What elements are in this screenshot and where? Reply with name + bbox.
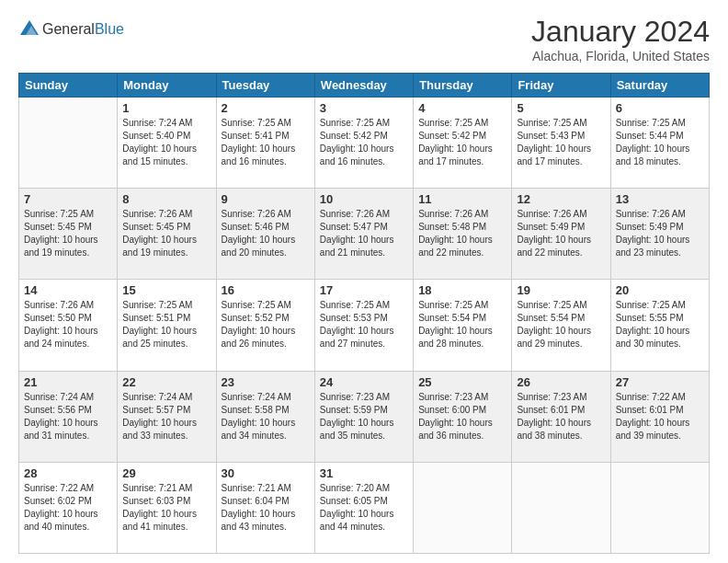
day-number: 21 (24, 375, 112, 389)
day-number: 28 (24, 466, 112, 480)
day-number: 14 (24, 283, 112, 297)
day-number: 3 (320, 101, 408, 115)
day-number: 2 (222, 101, 310, 115)
day-info: Sunrise: 7:25 AMSunset: 5:42 PMDaylight:… (418, 117, 506, 168)
day-info: Sunrise: 7:25 AMSunset: 5:41 PMDaylight:… (222, 117, 310, 168)
day-info: Sunrise: 7:26 AMSunset: 5:48 PMDaylight:… (418, 208, 506, 259)
calendar-week-row: 7Sunrise: 7:25 AMSunset: 5:45 PMDaylight… (19, 189, 710, 280)
calendar-week-row: 28Sunrise: 7:22 AMSunset: 6:02 PMDayligh… (19, 462, 710, 553)
day-number: 24 (320, 375, 408, 389)
day-info: Sunrise: 7:22 AMSunset: 6:02 PMDaylight:… (24, 482, 112, 534)
day-info: Sunrise: 7:22 AMSunset: 6:01 PMDaylight:… (616, 391, 704, 442)
day-info: Sunrise: 7:25 AMSunset: 5:42 PMDaylight:… (320, 117, 408, 168)
calendar-week-row: 1Sunrise: 7:24 AMSunset: 5:40 PMDaylight… (19, 98, 710, 189)
logo-icon (18, 18, 40, 40)
title-section: January 2024 Alachua, Florida, United St… (531, 15, 710, 63)
table-row: 26Sunrise: 7:23 AMSunset: 6:01 PMDayligh… (512, 371, 610, 462)
table-row: 10Sunrise: 7:26 AMSunset: 5:47 PMDayligh… (314, 189, 413, 280)
table-row: 17Sunrise: 7:25 AMSunset: 5:53 PMDayligh… (314, 280, 413, 371)
table-row: 18Sunrise: 7:25 AMSunset: 5:54 PMDayligh… (414, 280, 512, 371)
table-row: 16Sunrise: 7:25 AMSunset: 5:52 PMDayligh… (216, 280, 314, 371)
table-row: 2Sunrise: 7:25 AMSunset: 5:41 PMDaylight… (216, 98, 314, 189)
logo-blue-text: Blue (95, 21, 124, 37)
col-sunday: Sunday (19, 74, 118, 98)
day-number: 6 (616, 101, 704, 115)
table-row: 13Sunrise: 7:26 AMSunset: 5:49 PMDayligh… (610, 189, 709, 280)
calendar-table: Sunday Monday Tuesday Wednesday Thursday… (18, 73, 710, 554)
day-info: Sunrise: 7:26 AMSunset: 5:46 PMDaylight:… (222, 208, 310, 259)
day-info: Sunrise: 7:21 AMSunset: 6:04 PMDaylight:… (222, 482, 310, 534)
logo: GeneralBlue (18, 18, 124, 40)
day-number: 25 (418, 375, 506, 389)
calendar-week-row: 14Sunrise: 7:26 AMSunset: 5:50 PMDayligh… (19, 280, 710, 371)
table-row: 3Sunrise: 7:25 AMSunset: 5:42 PMDaylight… (314, 98, 413, 189)
col-monday: Monday (118, 74, 216, 98)
col-wednesday: Wednesday (314, 74, 413, 98)
day-info: Sunrise: 7:23 AMSunset: 6:01 PMDaylight:… (517, 391, 605, 442)
day-info: Sunrise: 7:23 AMSunset: 5:59 PMDaylight:… (320, 391, 408, 442)
day-info: Sunrise: 7:25 AMSunset: 5:51 PMDaylight:… (122, 299, 210, 350)
day-info: Sunrise: 7:26 AMSunset: 5:47 PMDaylight:… (320, 208, 408, 259)
table-row (414, 462, 512, 553)
col-friday: Friday (512, 74, 610, 98)
day-number: 19 (517, 283, 605, 297)
day-info: Sunrise: 7:25 AMSunset: 5:45 PMDaylight:… (24, 208, 112, 259)
table-row: 30Sunrise: 7:21 AMSunset: 6:04 PMDayligh… (216, 462, 314, 553)
table-row: 23Sunrise: 7:24 AMSunset: 5:58 PMDayligh… (216, 371, 314, 462)
day-number: 29 (122, 466, 210, 480)
table-row: 27Sunrise: 7:22 AMSunset: 6:01 PMDayligh… (610, 371, 709, 462)
day-info: Sunrise: 7:24 AMSunset: 5:40 PMDaylight:… (122, 117, 210, 168)
table-row: 5Sunrise: 7:25 AMSunset: 5:43 PMDaylight… (512, 98, 610, 189)
day-info: Sunrise: 7:24 AMSunset: 5:56 PMDaylight:… (24, 391, 112, 442)
table-row: 21Sunrise: 7:24 AMSunset: 5:56 PMDayligh… (19, 371, 118, 462)
day-number: 13 (616, 192, 704, 206)
day-number: 1 (122, 101, 210, 115)
table-row (512, 462, 610, 553)
location: Alachua, Florida, United States (531, 49, 710, 63)
table-row (610, 462, 709, 553)
table-row: 8Sunrise: 7:26 AMSunset: 5:45 PMDaylight… (118, 189, 216, 280)
day-number: 10 (320, 192, 408, 206)
table-row: 11Sunrise: 7:26 AMSunset: 5:48 PMDayligh… (414, 189, 512, 280)
day-info: Sunrise: 7:26 AMSunset: 5:45 PMDaylight:… (122, 208, 210, 259)
month-title: January 2024 (531, 15, 710, 49)
day-number: 8 (122, 192, 210, 206)
table-row: 9Sunrise: 7:26 AMSunset: 5:46 PMDaylight… (216, 189, 314, 280)
page-header: GeneralBlue January 2024 Alachua, Florid… (18, 15, 710, 63)
day-info: Sunrise: 7:24 AMSunset: 5:57 PMDaylight:… (122, 391, 210, 442)
day-info: Sunrise: 7:25 AMSunset: 5:54 PMDaylight:… (517, 299, 605, 350)
day-info: Sunrise: 7:25 AMSunset: 5:53 PMDaylight:… (320, 299, 408, 350)
day-info: Sunrise: 7:26 AMSunset: 5:50 PMDaylight:… (24, 299, 112, 350)
table-row: 14Sunrise: 7:26 AMSunset: 5:50 PMDayligh… (19, 280, 118, 371)
table-row: 31Sunrise: 7:20 AMSunset: 6:05 PMDayligh… (314, 462, 413, 553)
day-number: 15 (122, 283, 210, 297)
table-row: 28Sunrise: 7:22 AMSunset: 6:02 PMDayligh… (19, 462, 118, 553)
day-number: 20 (616, 283, 704, 297)
calendar-header-row: Sunday Monday Tuesday Wednesday Thursday… (19, 74, 710, 98)
day-info: Sunrise: 7:25 AMSunset: 5:55 PMDaylight:… (616, 299, 704, 350)
table-row: 22Sunrise: 7:24 AMSunset: 5:57 PMDayligh… (118, 371, 216, 462)
day-number: 12 (517, 192, 605, 206)
col-saturday: Saturday (610, 74, 709, 98)
day-number: 26 (517, 375, 605, 389)
day-number: 7 (24, 192, 112, 206)
logo-general-text: General (42, 21, 95, 37)
day-number: 16 (222, 283, 310, 297)
day-info: Sunrise: 7:25 AMSunset: 5:44 PMDaylight:… (616, 117, 704, 168)
day-number: 5 (517, 101, 605, 115)
table-row: 12Sunrise: 7:26 AMSunset: 5:49 PMDayligh… (512, 189, 610, 280)
table-row: 24Sunrise: 7:23 AMSunset: 5:59 PMDayligh… (314, 371, 413, 462)
col-thursday: Thursday (414, 74, 512, 98)
day-info: Sunrise: 7:26 AMSunset: 5:49 PMDaylight:… (517, 208, 605, 259)
table-row: 7Sunrise: 7:25 AMSunset: 5:45 PMDaylight… (19, 189, 118, 280)
calendar-week-row: 21Sunrise: 7:24 AMSunset: 5:56 PMDayligh… (19, 371, 710, 462)
day-number: 27 (616, 375, 704, 389)
day-info: Sunrise: 7:25 AMSunset: 5:43 PMDaylight:… (517, 117, 605, 168)
day-number: 18 (418, 283, 506, 297)
col-tuesday: Tuesday (216, 74, 314, 98)
day-number: 4 (418, 101, 506, 115)
day-info: Sunrise: 7:24 AMSunset: 5:58 PMDaylight:… (222, 391, 310, 442)
day-number: 11 (418, 192, 506, 206)
page-container: GeneralBlue January 2024 Alachua, Florid… (0, 0, 728, 563)
day-number: 23 (222, 375, 310, 389)
